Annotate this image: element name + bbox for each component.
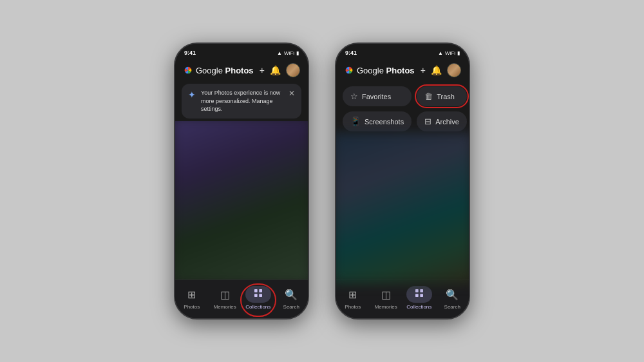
nav-memories-1[interactable]: ◫ Memories bbox=[212, 286, 238, 310]
favorites-label: Favorites bbox=[362, 93, 391, 100]
phone-2-frame: 9:41 ▲ WiFi ▮ bbox=[335, 43, 470, 319]
notification-banner-1: ✦ Your Photos experience is now more per… bbox=[182, 84, 301, 119]
nav-photos-wrap-1: ⊞ bbox=[179, 286, 205, 303]
nav-search-wrap-1: 🔍 bbox=[278, 286, 304, 303]
bell-icon-1[interactable]: 🔔 bbox=[270, 65, 281, 75]
battery-icon-2: ▮ bbox=[457, 50, 460, 56]
svg-rect-5 bbox=[420, 289, 423, 292]
app-header-1: Google Photos + 🔔 bbox=[175, 59, 308, 81]
bottom-nav-1: ⊞ Photos ◫ Memories Collec bbox=[175, 280, 308, 318]
notif-star-icon: ✦ bbox=[188, 90, 196, 100]
nav-memories-wrap-1: ◫ bbox=[212, 286, 238, 303]
notif-text-1: Your Photos experience is now more perso… bbox=[201, 89, 283, 113]
screenshots-icon: 📱 bbox=[350, 117, 361, 126]
bell-icon-2[interactable]: 🔔 bbox=[431, 65, 442, 75]
nav-search-label-2: Search bbox=[444, 304, 460, 310]
pinwheel-icon-2 bbox=[344, 65, 354, 75]
header-icons-1: + 🔔 bbox=[260, 63, 300, 77]
nav-photos-2[interactable]: ⊞ Photos bbox=[340, 286, 366, 310]
header-icons-2: + 🔔 bbox=[421, 63, 461, 77]
nav-collections-wrap-2 bbox=[406, 286, 432, 303]
blurred-photos-2 bbox=[336, 133, 469, 283]
archive-button[interactable]: ⊟ Archive bbox=[417, 111, 467, 131]
screenshots-label: Screenshots bbox=[365, 118, 404, 126]
pinwheel-icon-1 bbox=[183, 65, 193, 75]
svg-rect-4 bbox=[415, 289, 419, 292]
nav-memories-label-1: Memories bbox=[214, 304, 236, 310]
avatar-img-1 bbox=[287, 64, 299, 77]
app-header-2: Google Photos + 🔔 bbox=[336, 59, 469, 81]
nav-memories-icon-1: ◫ bbox=[220, 289, 230, 301]
svg-rect-2 bbox=[254, 294, 258, 297]
trash-label: Trash bbox=[437, 93, 455, 100]
add-icon-1[interactable]: + bbox=[260, 65, 265, 75]
nav-photos-wrap-2: ⊞ bbox=[340, 286, 366, 303]
app-title-1: Google Photos bbox=[196, 66, 254, 75]
content-area-1 bbox=[175, 121, 308, 280]
nav-memories-wrap-2: ◫ bbox=[373, 286, 399, 303]
nav-search-label-1: Search bbox=[283, 304, 299, 310]
status-time-2: 9:41 bbox=[345, 50, 357, 56]
google-photos-logo-1: Google Photos bbox=[183, 65, 256, 75]
google-photos-logo-2: Google Photos bbox=[344, 65, 417, 75]
nav-photos-label-1: Photos bbox=[184, 304, 200, 310]
nav-memories-label-2: Memories bbox=[375, 304, 397, 310]
phone-1: 9:41 ▲ WiFi ▮ bbox=[174, 43, 309, 319]
status-bar-1: 9:41 ▲ WiFi ▮ bbox=[175, 44, 308, 59]
signal-icon: ▲ bbox=[277, 50, 282, 56]
nav-search-2[interactable]: 🔍 Search bbox=[439, 286, 465, 310]
avatar-1[interactable] bbox=[286, 63, 300, 77]
nav-photos-1[interactable]: ⊞ Photos bbox=[179, 286, 205, 310]
nav-memories-2[interactable]: ◫ Memories bbox=[373, 286, 399, 310]
signal-icon-2: ▲ bbox=[438, 50, 443, 56]
trash-button[interactable]: 🗑 Trash bbox=[417, 86, 467, 106]
archive-icon: ⊟ bbox=[424, 117, 431, 126]
favorites-button[interactable]: ☆ Favorites bbox=[343, 86, 412, 106]
wifi-icon-2: WiFi bbox=[445, 50, 455, 56]
svg-rect-0 bbox=[254, 289, 258, 292]
nav-memories-icon-2: ◫ bbox=[381, 289, 391, 301]
svg-rect-3 bbox=[259, 294, 262, 297]
phone-2: 9:41 ▲ WiFi ▮ bbox=[335, 43, 470, 319]
status-icons-2: ▲ WiFi ▮ bbox=[438, 50, 460, 56]
avatar-2[interactable] bbox=[447, 63, 461, 77]
nav-collections-label-2: Collections bbox=[406, 304, 431, 310]
nav-search-1[interactable]: 🔍 Search bbox=[278, 286, 304, 310]
blurred-photos-1 bbox=[175, 121, 308, 280]
nav-collections-wrap-1 bbox=[245, 286, 271, 303]
nav-photos-icon-1: ⊞ bbox=[187, 289, 196, 301]
add-icon-2[interactable]: + bbox=[421, 65, 426, 75]
favorites-icon: ☆ bbox=[350, 91, 358, 101]
nav-photos-label-2: Photos bbox=[345, 304, 361, 310]
nav-collections-icon-1 bbox=[253, 288, 263, 301]
phone-1-screen: 9:41 ▲ WiFi ▮ bbox=[175, 44, 308, 318]
battery-icon: ▮ bbox=[296, 50, 299, 56]
nav-collections-1[interactable]: Collections bbox=[245, 286, 271, 310]
wifi-icon: WiFi bbox=[284, 50, 294, 56]
phone-2-screen: 9:41 ▲ WiFi ▮ bbox=[336, 44, 469, 318]
collection-grid: ☆ Favorites 🗑 Trash 📱 Screenshots ⊟ Arch… bbox=[336, 81, 469, 137]
status-bar-2: 9:41 ▲ WiFi ▮ bbox=[336, 44, 469, 59]
nav-collections-icon-2 bbox=[414, 288, 424, 301]
archive-label: Archive bbox=[435, 118, 459, 126]
nav-photos-icon-2: ⊞ bbox=[348, 289, 357, 301]
avatar-img-2 bbox=[448, 64, 460, 77]
status-time-1: 9:41 bbox=[184, 50, 196, 56]
svg-rect-6 bbox=[415, 294, 419, 297]
nav-search-wrap-2: 🔍 bbox=[439, 286, 465, 303]
screenshots-button[interactable]: 📱 Screenshots bbox=[343, 111, 412, 131]
phone-1-frame: 9:41 ▲ WiFi ▮ bbox=[174, 43, 309, 319]
trash-icon: 🗑 bbox=[424, 91, 433, 101]
svg-rect-1 bbox=[259, 289, 262, 292]
nav-search-icon-1: 🔍 bbox=[285, 289, 298, 301]
nav-search-icon-2: 🔍 bbox=[446, 289, 459, 301]
notif-close-icon-1[interactable]: ✕ bbox=[289, 89, 295, 98]
nav-collections-label-1: Collections bbox=[245, 304, 270, 310]
bottom-nav-2: ⊞ Photos ◫ Memories Collec bbox=[336, 280, 469, 318]
status-icons-1: ▲ WiFi ▮ bbox=[277, 50, 299, 56]
nav-collections-2[interactable]: Collections bbox=[406, 286, 432, 310]
svg-rect-7 bbox=[420, 294, 423, 297]
app-title-2: Google Photos bbox=[357, 66, 415, 75]
